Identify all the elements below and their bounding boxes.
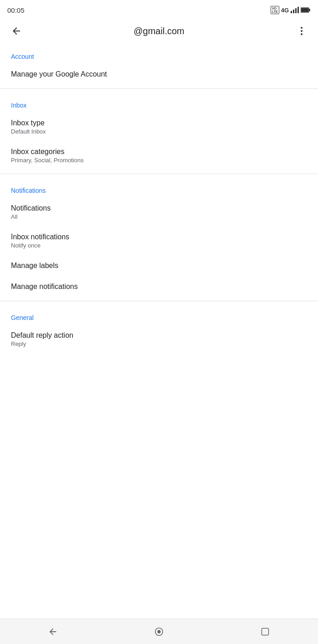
notifications-item[interactable]: Notifications All: [0, 198, 318, 227]
manage-labels-title: Manage labels: [11, 262, 307, 270]
app-bar: @gmail.com: [0, 18, 318, 44]
inbox-section: Inbox Inbox type Default Inbox Inbox cat…: [0, 93, 318, 170]
status-icons: VO LTE 4G: [271, 6, 311, 14]
signal-icon: [291, 7, 299, 13]
default-reply-action-item[interactable]: Default reply action Reply: [0, 325, 318, 354]
default-reply-action-subtitle: Reply: [11, 340, 307, 347]
account-section-header: Account: [0, 44, 318, 64]
back-button[interactable]: [7, 22, 26, 40]
status-time: 00:05: [7, 6, 25, 14]
nav-bar: [0, 618, 318, 644]
inbox-notifications-subtitle: Notify once: [11, 242, 307, 249]
network-icon: 4G: [281, 7, 289, 14]
back-arrow-icon: [11, 26, 22, 36]
inbox-notifications-item[interactable]: Inbox notifications Notify once: [0, 227, 318, 255]
nav-back-button[interactable]: [39, 619, 67, 644]
more-vertical-icon: [296, 26, 307, 36]
account-section: Account Manage your Google Account: [0, 44, 318, 85]
inbox-categories-title: Inbox categories: [11, 148, 307, 156]
svg-rect-3: [297, 7, 299, 13]
battery-icon: [301, 7, 311, 13]
inbox-section-header: Inbox: [0, 93, 318, 113]
manage-notifications-title: Manage notifications: [11, 283, 307, 291]
nav-recents-button[interactable]: [251, 619, 279, 644]
manage-labels-item[interactable]: Manage labels: [0, 255, 318, 276]
nav-recents-icon: [261, 627, 270, 636]
more-options-button[interactable]: [292, 22, 311, 40]
notifications-section-header: Notifications: [0, 178, 318, 198]
general-section-header: General: [0, 305, 318, 325]
nav-home-icon: [154, 627, 164, 637]
svg-rect-2: [295, 8, 297, 13]
notifications-subtitle: All: [11, 213, 307, 220]
nav-home-button[interactable]: [145, 619, 173, 644]
manage-google-account-title: Manage your Google Account: [11, 70, 307, 78]
svg-point-7: [301, 27, 303, 29]
inbox-notifications-title: Inbox notifications: [11, 233, 307, 241]
notifications-title: Notifications: [11, 204, 307, 212]
divider-notifications-general: [0, 301, 318, 301]
svg-rect-1: [293, 10, 294, 13]
general-section: General Default reply action Reply: [0, 305, 318, 354]
divider-account-inbox: [0, 88, 318, 89]
inbox-type-subtitle: Default Inbox: [11, 128, 307, 135]
svg-rect-5: [309, 9, 311, 11]
svg-point-8: [301, 30, 303, 32]
manage-google-account-item[interactable]: Manage your Google Account: [0, 64, 318, 85]
svg-rect-0: [291, 11, 292, 13]
default-reply-action-title: Default reply action: [11, 331, 307, 340]
volte-icon: VO LTE: [271, 6, 279, 14]
settings-content: Account Manage your Google Account Inbox…: [0, 44, 318, 618]
svg-point-9: [301, 33, 303, 35]
app-bar-title: @gmail.com: [26, 26, 292, 36]
svg-rect-6: [301, 8, 308, 12]
svg-point-11: [157, 630, 160, 633]
status-bar: 00:05 VO LTE 4G: [0, 0, 318, 18]
manage-notifications-item[interactable]: Manage notifications: [0, 276, 318, 297]
inbox-categories-subtitle: Primary, Social, Promotions: [11, 157, 307, 164]
nav-back-icon: [48, 627, 58, 637]
inbox-type-title: Inbox type: [11, 119, 307, 127]
notifications-section: Notifications Notifications All Inbox no…: [0, 178, 318, 297]
inbox-categories-item[interactable]: Inbox categories Primary, Social, Promot…: [0, 141, 318, 170]
svg-rect-12: [262, 628, 268, 635]
divider-inbox-notifications: [0, 174, 318, 174]
inbox-type-item[interactable]: Inbox type Default Inbox: [0, 113, 318, 141]
